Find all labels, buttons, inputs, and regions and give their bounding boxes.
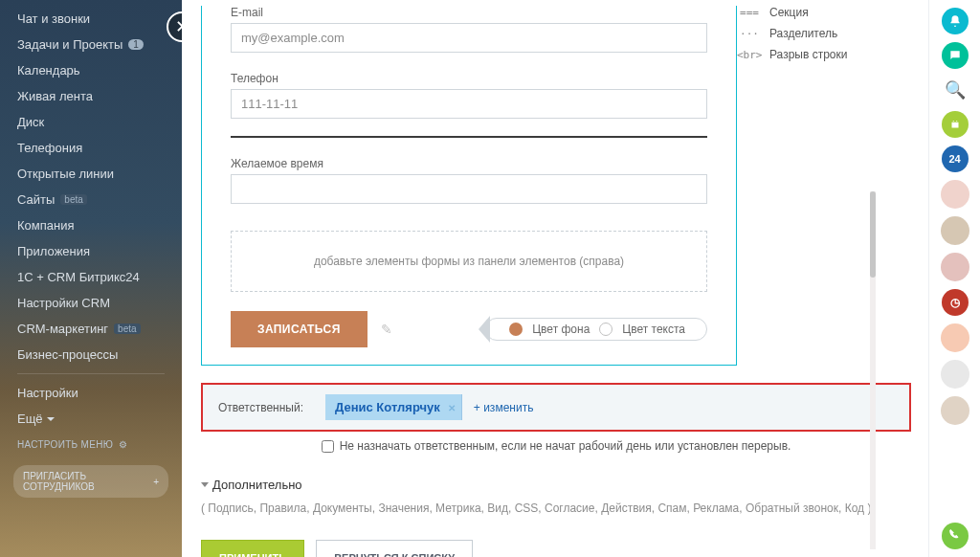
beta-badge: beta: [60, 194, 86, 205]
email-label: E-mail: [231, 6, 707, 19]
nav-label: Настройки CRM: [17, 296, 110, 310]
nav-openlines[interactable]: Открытые линии: [0, 161, 182, 187]
responsible-box: Ответственный: Денис Котлярчук ✕ + измен…: [201, 383, 911, 432]
nav-label: Настройки: [17, 386, 78, 400]
svg-point-1: [956, 121, 957, 122]
nav-feed[interactable]: Живая лента: [0, 83, 182, 109]
invite-label: ПРИГЛАСИТЬ СОТРУДНИКОВ: [23, 471, 147, 492]
text-color-swatch[interactable]: [599, 323, 612, 336]
element-linebreak[interactable]: <br>Разрыв строки: [737, 44, 900, 65]
submit-button[interactable]: ЗАПИСАТЬСЯ: [231, 311, 368, 347]
phone-input[interactable]: [231, 89, 707, 119]
avatar[interactable]: [941, 360, 969, 389]
responsible-chip[interactable]: Денис Котлярчук ✕: [325, 394, 462, 420]
additional-label: Дополнительно: [212, 478, 302, 492]
nav-tasks[interactable]: Задачи и Проекты1: [0, 32, 182, 57]
svg-point-0: [952, 121, 953, 122]
nav-crm-settings[interactable]: Настройки CRM: [0, 290, 182, 316]
plus-icon: +: [153, 477, 159, 487]
nav-crm-marketing[interactable]: CRM-маркетингbeta: [0, 316, 182, 342]
section-icon: ===: [737, 7, 762, 19]
gear-icon: ⚙: [119, 439, 127, 450]
form-separator: [231, 136, 707, 138]
main-content: ===Секция ···Разделитель <br>Разрыв стро…: [182, 0, 928, 557]
responsible-label: Ответственный:: [218, 401, 314, 414]
bg-color-label: Цвет фона: [532, 323, 590, 336]
responsible-checkbox[interactable]: [322, 440, 334, 453]
additional-section: Дополнительно ( Подпись, Правила, Докуме…: [201, 478, 911, 515]
search-icon[interactable]: 🔍: [942, 77, 969, 103]
nav-more[interactable]: Ещё: [0, 406, 182, 432]
avatar[interactable]: [941, 216, 969, 245]
nav-disk[interactable]: Диск: [0, 109, 182, 135]
nav-bp[interactable]: Бизнес-процессы: [0, 342, 182, 368]
avatar[interactable]: [941, 396, 969, 425]
remove-chip-icon[interactable]: ✕: [448, 402, 456, 412]
scrollbar-thumb[interactable]: [870, 191, 876, 278]
avatar[interactable]: [941, 323, 969, 352]
apply-button[interactable]: ПРИМЕНИТЬ: [201, 540, 304, 557]
nav-sites[interactable]: Сайтыbeta: [0, 187, 182, 212]
nav-label: Приложения: [17, 244, 90, 258]
additional-toggle[interactable]: Дополнительно: [201, 478, 302, 492]
footer-buttons: ПРИМЕНИТЬ ВЕРНУТЬСЯ К СПИСКУ: [201, 540, 909, 557]
change-responsible-link[interactable]: + изменить: [474, 401, 534, 414]
nav-label: CRM-маркетинг: [17, 322, 108, 336]
separator-icon: ···: [737, 28, 762, 40]
phone-icon[interactable]: [942, 523, 969, 549]
right-rail: 🔍 24 ◷: [928, 0, 980, 557]
avatar[interactable]: [941, 253, 969, 281]
bitrix24-icon[interactable]: 24: [942, 145, 969, 172]
nav-label: Открытые линии: [17, 167, 114, 181]
color-picker[interactable]: Цвет фона Цвет текста: [485, 318, 707, 341]
avatar[interactable]: [941, 180, 969, 209]
chat-icon[interactable]: [942, 42, 969, 69]
nav-badge: 1: [128, 39, 144, 50]
nav-chat[interactable]: Чат и звонки: [0, 6, 182, 32]
tune-menu-button[interactable]: НАСТРОИТЬ МЕНЮ ⚙: [0, 432, 182, 457]
time-label: Желаемое время: [231, 157, 707, 170]
nav-apps[interactable]: Приложения: [0, 238, 182, 264]
divider: [17, 373, 165, 374]
android-icon[interactable]: [942, 111, 969, 138]
time-input[interactable]: [231, 174, 707, 204]
element-section[interactable]: ===Секция: [737, 2, 900, 23]
nav-1c-crm[interactable]: 1С + CRM Битрикс24: [0, 264, 182, 290]
form-dropzone[interactable]: добавьте элементы формы из панели элемен…: [231, 231, 707, 292]
nav-settings[interactable]: Настройки: [0, 380, 182, 406]
nav-label: Компания: [17, 218, 75, 233]
nav-label: Календарь: [17, 63, 80, 78]
element-label: Секция: [769, 6, 809, 19]
form-builder-box: E-mail Телефон Желаемое время добавьте э…: [201, 6, 737, 366]
pencil-icon[interactable]: ✎: [381, 322, 392, 337]
responsible-option-row: Не назначать ответственным, если не нача…: [201, 439, 911, 453]
bitrix24-red-icon[interactable]: ◷: [942, 289, 969, 316]
nav-label: Сайты: [17, 192, 55, 207]
left-sidebar: ✕ Чат и звонки Задачи и Проекты1 Календа…: [0, 0, 182, 557]
br-icon: <br>: [737, 49, 762, 61]
nav-label: 1С + CRM Битрикс24: [17, 270, 140, 284]
responsible-name: Денис Котлярчук: [335, 400, 440, 414]
beta-badge: beta: [114, 323, 140, 334]
bell-icon[interactable]: [942, 8, 969, 34]
back-button[interactable]: ВЕРНУТЬСЯ К СПИСКУ: [316, 540, 473, 557]
phone-label: Телефон: [231, 72, 707, 85]
nav-label: Чат и звонки: [17, 11, 90, 26]
nav-label: Диск: [17, 115, 44, 129]
nav-calendar[interactable]: Календарь: [0, 57, 182, 83]
nav-label: Задачи и Проекты: [17, 37, 122, 52]
nav-telephony[interactable]: Телефония: [0, 135, 182, 161]
nav-company[interactable]: Компания: [0, 212, 182, 238]
additional-links: ( Подпись, Правила, Документы, Значения,…: [201, 501, 871, 515]
element-label: Разделитель: [769, 27, 837, 40]
invite-button[interactable]: ПРИГЛАСИТЬ СОТРУДНИКОВ +: [13, 465, 168, 498]
nav-label: Телефония: [17, 141, 82, 155]
dropzone-text: добавьте элементы формы из панели элемен…: [314, 255, 624, 268]
element-label: Разрыв строки: [769, 48, 847, 61]
scrollbar-track[interactable]: [870, 191, 876, 549]
element-separator[interactable]: ···Разделитель: [737, 23, 900, 44]
bg-color-swatch[interactable]: [509, 323, 523, 336]
email-input[interactable]: [231, 23, 707, 53]
elements-panel: ===Секция ···Разделитель <br>Разрыв стро…: [737, 2, 900, 65]
tune-label: НАСТРОИТЬ МЕНЮ: [17, 439, 113, 450]
